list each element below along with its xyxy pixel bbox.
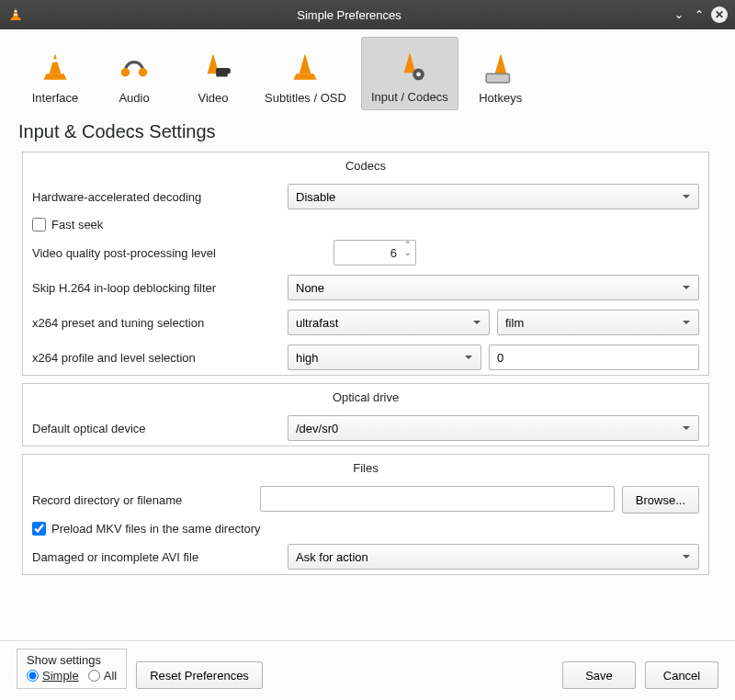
svg-rect-2: [52, 60, 58, 62]
window-title: Simple Preferences: [31, 8, 667, 22]
x264-level-input[interactable]: [489, 344, 699, 370]
skip-deblock-select[interactable]: None: [288, 275, 699, 300]
tab-video[interactable]: Video: [176, 37, 250, 110]
tab-interface[interactable]: Interface: [18, 37, 92, 110]
files-group: Files Record directory or filename Brows…: [22, 454, 709, 575]
save-button[interactable]: Save: [562, 661, 636, 689]
default-optical-label: Default optical device: [32, 422, 280, 435]
tab-subtitles-label: Subtitles / OSD: [265, 91, 346, 105]
optical-group-title: Optical drive: [23, 384, 708, 411]
dialog-footer: Show settings Simple All Reset Preferenc…: [0, 640, 735, 700]
minimize-button[interactable]: ⌄: [671, 6, 687, 23]
svg-point-8: [416, 73, 421, 77]
post-proc-label: Video quality post-processing level: [32, 246, 326, 260]
svg-point-6: [225, 68, 231, 73]
category-toolbar: Interface Audio Video Subtitles / OSD In…: [0, 29, 735, 110]
preload-mkv-label: Preload MKV files in the same directory: [51, 522, 261, 536]
close-button[interactable]: ✕: [711, 6, 728, 23]
x264-profile-label: x264 profile and level selection: [32, 351, 280, 365]
tab-video-label: Video: [198, 91, 228, 105]
titlebar: Simple Preferences ⌄ ⌃ ✕: [0, 0, 735, 29]
damaged-avi-label: Damaged or incomplete AVI file: [32, 550, 280, 564]
browse-button[interactable]: Browse...: [622, 486, 699, 514]
post-proc-spinner[interactable]: 6: [334, 240, 416, 265]
svg-point-4: [139, 68, 148, 77]
show-settings-group: Show settings Simple All: [17, 649, 127, 689]
svg-point-3: [121, 68, 130, 77]
page-title: Input & Codecs Settings: [0, 110, 735, 152]
fast-seek-checkbox[interactable]: [32, 218, 46, 231]
tab-subtitles[interactable]: Subtitles / OSD: [255, 37, 356, 110]
record-dir-input[interactable]: [260, 486, 615, 512]
record-dir-label: Record directory or filename: [32, 493, 253, 507]
radio-all[interactable]: All: [88, 669, 117, 683]
cancel-button[interactable]: Cancel: [645, 661, 718, 689]
x264-preset-label: x264 preset and tuning selection: [32, 316, 280, 330]
tab-audio-label: Audio: [119, 91, 149, 105]
tab-input-codecs-label: Input / Codecs: [371, 90, 448, 104]
x264-preset-select[interactable]: ultrafast: [288, 310, 490, 335]
svg-rect-1: [14, 14, 18, 16]
tab-audio[interactable]: Audio: [97, 37, 171, 110]
svg-rect-9: [486, 73, 509, 82]
show-settings-legend: Show settings: [27, 653, 117, 667]
tab-hotkeys[interactable]: Hotkeys: [464, 37, 537, 110]
hw-decode-label: Hardware-accelerated decoding: [32, 190, 280, 204]
svg-rect-0: [15, 11, 17, 13]
default-optical-select[interactable]: /dev/sr0: [288, 415, 699, 441]
radio-simple[interactable]: Simple: [27, 669, 79, 683]
x264-profile-select[interactable]: high: [288, 344, 481, 370]
tab-interface-label: Interface: [32, 91, 79, 105]
preload-mkv-checkbox[interactable]: [32, 522, 46, 536]
codecs-group-title: Codecs: [23, 152, 708, 179]
x264-tuning-select[interactable]: film: [497, 310, 699, 335]
files-group-title: Files: [23, 455, 708, 481]
tab-input-codecs[interactable]: Input / Codecs: [361, 37, 458, 110]
reset-button[interactable]: Reset Preferences: [136, 661, 263, 689]
codecs-group: Codecs Hardware-accelerated decoding Dis…: [22, 152, 709, 376]
vlc-app-icon: [7, 6, 24, 23]
fast-seek-label: Fast seek: [51, 218, 103, 231]
optical-group: Optical drive Default optical device /de…: [22, 383, 709, 446]
maximize-button[interactable]: ⌃: [691, 6, 707, 23]
damaged-avi-select[interactable]: Ask for action: [288, 544, 699, 570]
hw-decode-select[interactable]: Disable: [288, 184, 699, 209]
skip-deblock-label: Skip H.264 in-loop deblocking filter: [32, 281, 280, 295]
settings-scroll[interactable]: Codecs Hardware-accelerated decoding Dis…: [0, 152, 729, 640]
tab-hotkeys-label: Hotkeys: [479, 91, 522, 105]
